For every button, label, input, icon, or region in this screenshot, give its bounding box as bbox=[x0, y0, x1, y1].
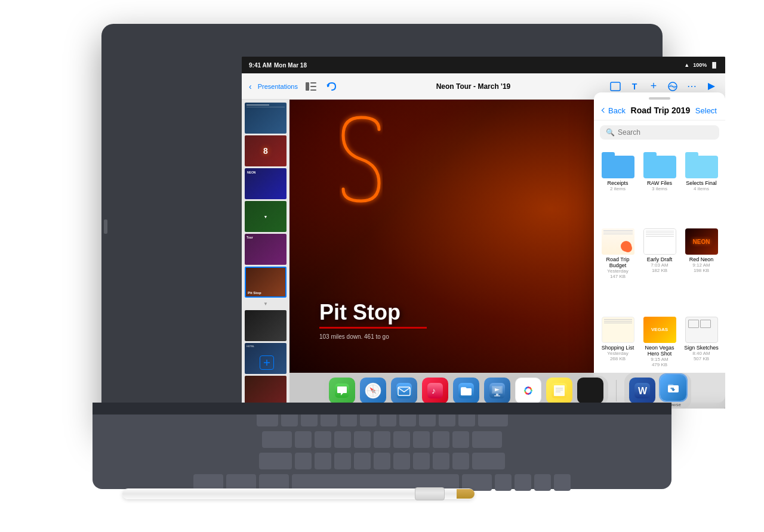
key-arrow-right[interactable] bbox=[554, 474, 571, 491]
slide-thumb-1-container: 1 bbox=[245, 103, 286, 134]
keyboard bbox=[93, 412, 671, 489]
neon-decoration bbox=[325, 112, 397, 231]
sketches-file-size: 507 KB bbox=[694, 356, 709, 361]
dock-files-browse-app[interactable] bbox=[660, 375, 686, 401]
folder-receipts[interactable]: Receipts 2 items bbox=[597, 147, 639, 224]
shape-tool-button[interactable] bbox=[608, 79, 623, 94]
search-input[interactable] bbox=[618, 128, 713, 137]
dock-messages-app[interactable] bbox=[329, 378, 355, 404]
file-red-neon[interactable]: NEON Red Neon 9:12 AM 198 KB bbox=[680, 224, 722, 311]
file-road-trip-budget[interactable]: Road Trip Budget Yesterday 147 KB bbox=[597, 224, 639, 311]
presentations-back-button[interactable]: Presentations bbox=[258, 83, 298, 90]
key-arrow-up[interactable] bbox=[515, 474, 531, 491]
budget-file-size: 147 KB bbox=[610, 274, 626, 279]
pencil-tip bbox=[457, 489, 475, 499]
key-l[interactable] bbox=[452, 431, 469, 448]
key-d[interactable] bbox=[334, 431, 351, 448]
files-grid: Receipts 2 items RAW Files 3 items bbox=[594, 144, 725, 403]
draft-thumbnail bbox=[643, 228, 676, 255]
undo-button[interactable] bbox=[324, 79, 338, 94]
files-select-button[interactable]: Select bbox=[695, 106, 717, 115]
key-v[interactable] bbox=[354, 453, 371, 469]
key-z[interactable] bbox=[295, 453, 312, 469]
vegas-file-time: 9:15 AM bbox=[651, 357, 668, 362]
folder-raw-files[interactable]: RAW Files 3 items bbox=[639, 147, 680, 224]
search-icon: 🔍 bbox=[606, 128, 615, 137]
apple-pencil bbox=[122, 488, 475, 499]
add-slide-button[interactable] bbox=[260, 355, 274, 370]
budget-thumbnail bbox=[602, 228, 634, 255]
file-early-draft[interactable]: Early Draft 7:03 AM 182 KB bbox=[639, 224, 680, 311]
key-b[interactable] bbox=[374, 453, 390, 469]
key-return[interactable] bbox=[472, 431, 502, 448]
key-j[interactable] bbox=[413, 431, 430, 448]
key-f[interactable] bbox=[354, 431, 371, 448]
dock-notes-app[interactable] bbox=[546, 378, 572, 404]
files-back-button[interactable]: Back bbox=[602, 106, 626, 115]
key-comma[interactable] bbox=[433, 453, 449, 469]
key-period[interactable] bbox=[452, 453, 469, 469]
slide-title-underline bbox=[319, 327, 427, 329]
shopping-thumbnail bbox=[602, 317, 634, 343]
battery-text: 100% bbox=[693, 62, 707, 68]
selects-folder-name: Selects Final bbox=[686, 180, 717, 186]
slide-thumb-6-container: 6 Pit Stop bbox=[245, 267, 286, 298]
receipts-folder-name: Receipts bbox=[607, 180, 628, 186]
sketches-file-time: 8:40 AM bbox=[692, 351, 710, 356]
dock-mail-app[interactable] bbox=[391, 378, 417, 404]
key-arrow-left[interactable] bbox=[495, 474, 512, 491]
dock-dark-app[interactable] bbox=[577, 378, 603, 404]
key-h[interactable] bbox=[393, 431, 410, 448]
key-s[interactable] bbox=[315, 431, 331, 448]
key-arrow-down[interactable] bbox=[534, 474, 551, 491]
slide-subtitle: 103 miles down. 461 to go bbox=[319, 333, 389, 340]
slide-thumb-5[interactable]: Tour bbox=[245, 234, 286, 265]
presentation-title: Neon Tour - March '19 bbox=[338, 82, 608, 91]
toolbar-right: T + ⋯ bbox=[608, 79, 718, 94]
neon-file-time: 9:12 AM bbox=[692, 262, 710, 268]
key-m[interactable] bbox=[413, 453, 430, 469]
dock-word-app[interactable]: W bbox=[629, 378, 655, 404]
back-label: Back bbox=[608, 106, 626, 115]
side-button[interactable] bbox=[104, 219, 107, 234]
toolbar-left: ‹ Presentations bbox=[249, 79, 338, 94]
dock-files-app[interactable] bbox=[453, 378, 479, 404]
key-n[interactable] bbox=[393, 453, 410, 469]
slide-thumb-1[interactable] bbox=[245, 103, 286, 134]
slide-thumb-6[interactable]: Pit Stop bbox=[245, 267, 286, 298]
svg-rect-41 bbox=[554, 385, 565, 396]
dock-photos-app[interactable] bbox=[515, 378, 541, 404]
slide-thumb-4[interactable]: ▼ bbox=[245, 201, 286, 232]
more-options-button[interactable]: ⋯ bbox=[685, 79, 699, 94]
key-x[interactable] bbox=[315, 453, 331, 469]
svg-text:W: W bbox=[638, 386, 648, 396]
play-button[interactable] bbox=[704, 79, 718, 94]
slide-thumb-2[interactable]: 8 bbox=[245, 135, 286, 166]
neon-thumbnail: NEON bbox=[685, 228, 718, 255]
draft-file-time: 7:03 AM bbox=[651, 262, 668, 268]
key-g[interactable] bbox=[374, 431, 390, 448]
vegas-thumbnail: VEGAS bbox=[643, 317, 676, 343]
key-c[interactable] bbox=[334, 453, 351, 469]
insert-button[interactable]: + bbox=[646, 79, 661, 94]
format-button[interactable] bbox=[666, 79, 680, 94]
dock-keynote-app[interactable] bbox=[484, 378, 510, 404]
key-shift-right[interactable] bbox=[472, 453, 505, 469]
dock-music-app[interactable]: ♪ bbox=[422, 378, 448, 404]
files-search-bar[interactable]: 🔍 bbox=[600, 125, 719, 140]
slide-thumb-7[interactable] bbox=[245, 310, 286, 341]
receipts-folder-count: 2 items bbox=[610, 186, 626, 191]
sidebar-toggle-button[interactable] bbox=[304, 79, 318, 94]
selects-folder-icon bbox=[685, 152, 718, 178]
neon-file-name: Red Neon bbox=[689, 256, 714, 262]
slide-thumb-3[interactable]: NEON bbox=[245, 168, 286, 199]
key-k[interactable] bbox=[433, 431, 449, 448]
svg-marker-8 bbox=[708, 83, 715, 90]
text-tool-button[interactable]: T bbox=[627, 79, 642, 94]
folder-selects-final[interactable]: Selects Final 4 items bbox=[680, 147, 722, 224]
key-shift-left[interactable] bbox=[259, 453, 292, 469]
key-capslock[interactable] bbox=[262, 431, 292, 448]
dock-safari-app[interactable] bbox=[360, 378, 386, 404]
dock-word-container: W bbox=[629, 378, 655, 404]
key-a[interactable] bbox=[295, 431, 312, 448]
